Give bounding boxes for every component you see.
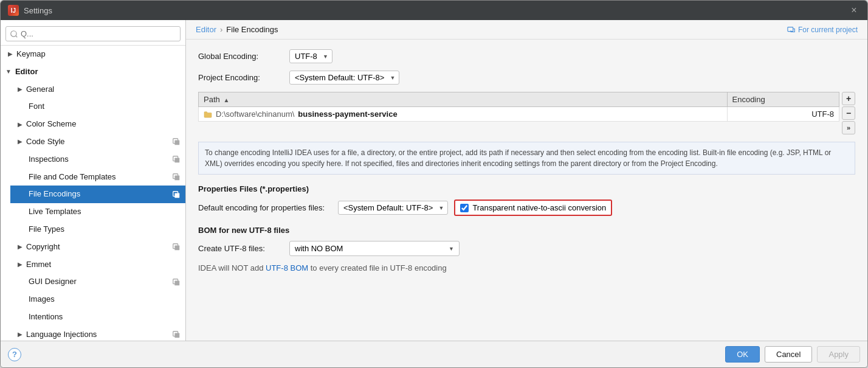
sidebar: ▶ Keymap ▼ Editor ▶ General Font: [1, 20, 186, 341]
main-content: Editor › File Encodings For current proj…: [186, 20, 867, 341]
title-bar: IJ Settings ×: [1, 1, 867, 20]
chevron-right-icon: ▶: [18, 120, 22, 130]
bottom-left: ?: [8, 348, 21, 361]
sidebar-item-label: Language Injections: [26, 328, 97, 341]
sidebar-item-keymap[interactable]: ▶ Keymap: [1, 46, 185, 63]
chevron-right-icon: ▶: [18, 137, 22, 147]
sidebar-group-header-editor[interactable]: ▼ Editor: [1, 63, 185, 81]
bottom-bar: ? OK Cancel Apply: [1, 341, 867, 367]
cancel-button[interactable]: Cancel: [765, 346, 812, 363]
content-area: ▶ Keymap ▼ Editor ▶ General Font: [1, 20, 867, 341]
bom-value: with NO BOM: [295, 244, 343, 253]
path-cell: D:\software\chinanum\business-payment-se…: [199, 107, 728, 122]
sidebar-item-file-encodings[interactable]: File Encodings: [10, 186, 185, 203]
project-link-icon: [787, 26, 796, 34]
sidebar-item-label: Emmet: [26, 259, 51, 271]
sidebar-group-editor: ▼ Editor ▶ General Font ▶ Color Scheme: [1, 63, 185, 341]
breadcrumb-separator: ›: [220, 25, 222, 34]
scroll-right-button[interactable]: »: [842, 121, 855, 134]
project-encoding-dropdown[interactable]: <System Default: UTF-8>: [289, 71, 399, 85]
app-icon: IJ: [8, 5, 19, 16]
bom-note-link[interactable]: UTF-8 BOM: [266, 263, 308, 273]
path-column-header[interactable]: Path ▲: [199, 92, 728, 107]
sidebar-group-label: Editor: [15, 66, 38, 78]
sidebar-item-font[interactable]: Font: [10, 98, 185, 116]
chevron-right-icon: ▶: [18, 85, 22, 94]
breadcrumb-parent[interactable]: Editor: [196, 25, 216, 34]
sidebar-item-file-types[interactable]: File Types: [10, 221, 185, 238]
bom-section: BOM for new UTF-8 files Create UTF-8 fil…: [198, 226, 855, 273]
table-row[interactable]: D:\software\chinanum\business-payment-se…: [199, 107, 839, 122]
copy-icon: [172, 190, 181, 199]
properties-section-title: Properties Files (*.properties): [198, 184, 855, 193]
copy-icon: [172, 155, 181, 164]
apply-button: Apply: [817, 346, 860, 363]
bom-dropdown[interactable]: with NO BOM: [289, 241, 460, 256]
project-link[interactable]: For current project: [798, 26, 858, 34]
sidebar-item-images[interactable]: Images: [10, 291, 185, 308]
global-encoding-dropdown[interactable]: UTF-8: [289, 49, 332, 63]
help-button[interactable]: ?: [8, 348, 21, 361]
add-path-button[interactable]: +: [842, 92, 855, 105]
path-prefix: D:\software\chinanum\: [216, 109, 294, 119]
bom-section-title: BOM for new UTF-8 files: [198, 226, 855, 235]
remove-path-button[interactable]: −: [842, 106, 855, 120]
info-text: To change encoding IntelliJ IDEA uses fo…: [198, 142, 855, 175]
transparent-conversion-checkbox-group: Transparent native-to-ascii conversion: [454, 200, 612, 216]
sidebar-item-label: Copyright: [26, 241, 60, 254]
search-box: [1, 23, 185, 46]
bom-row: Create UTF-8 files: with NO BOM: [198, 241, 855, 256]
sidebar-item-code-style[interactable]: ▶ Code Style: [10, 133, 185, 151]
sidebar-item-label: Color Scheme: [26, 118, 76, 131]
close-button[interactable]: ×: [848, 4, 860, 16]
bottom-buttons: OK Cancel Apply: [725, 346, 860, 363]
sidebar-item-label: File Types: [29, 223, 64, 236]
copy-icon: [172, 243, 181, 251]
project-encoding-row: Project Encoding: <System Default: UTF-8…: [198, 71, 855, 85]
properties-section: Properties Files (*.properties) Default …: [198, 184, 855, 216]
breadcrumb-bar: Editor › File Encodings For current proj…: [186, 20, 867, 40]
ok-button[interactable]: OK: [725, 346, 760, 363]
table-actions: + − »: [842, 92, 855, 134]
properties-encoding-label: Default encoding for properties files:: [198, 203, 332, 212]
bom-note-prefix: IDEA will NOT add: [198, 263, 266, 273]
project-encoding-label: Project Encoding:: [198, 73, 283, 82]
copy-icon: [172, 278, 181, 286]
table-wrapper: Path ▲ Encoding: [198, 92, 839, 129]
sidebar-item-gui-designer[interactable]: GUI Designer: [10, 273, 185, 291]
bom-note: IDEA will NOT add UTF-8 BOM to every cre…: [198, 263, 855, 273]
properties-encoding-dropdown[interactable]: <System Default: UTF-8>: [338, 201, 448, 215]
sidebar-item-label: Images: [29, 293, 55, 306]
window-title: Settings: [24, 6, 52, 15]
search-input[interactable]: [5, 26, 181, 41]
chevron-right-icon: ▶: [18, 260, 22, 269]
settings-panel: Global Encoding: UTF-8 Project Encoding:…: [186, 40, 867, 341]
transparent-conversion-checkbox[interactable]: [460, 204, 469, 212]
breadcrumb-current: File Encodings: [226, 25, 278, 34]
sidebar-item-file-code-templates[interactable]: File and Code Templates: [10, 168, 185, 186]
sidebar-item-label: Live Templates: [29, 206, 81, 218]
path-col-label: Path: [204, 95, 220, 104]
bom-label: Create UTF-8 files:: [198, 244, 283, 253]
sidebar-item-color-scheme[interactable]: ▶ Color Scheme: [10, 116, 185, 133]
project-encoding-value: <System Default: UTF-8>: [295, 73, 384, 82]
sidebar-item-language-injections[interactable]: ▶ Language Injections: [10, 326, 185, 341]
sidebar-item-copyright[interactable]: ▶ Copyright: [10, 238, 185, 256]
sidebar-item-intentions[interactable]: Intentions: [10, 308, 185, 326]
copy-icon: [172, 137, 181, 146]
chevron-right-icon: ▶: [18, 330, 22, 339]
sidebar-item-emmet[interactable]: ▶ Emmet: [10, 256, 185, 274]
sidebar-item-live-templates[interactable]: Live Templates: [10, 203, 185, 221]
sidebar-item-label: File Encodings: [29, 188, 80, 201]
chevron-right-icon: ▶: [18, 242, 22, 252]
sidebar-item-label: Inspections: [29, 153, 69, 166]
sidebar-item-general[interactable]: ▶ General: [10, 81, 185, 99]
sidebar-item-label: GUI Designer: [29, 276, 77, 288]
sidebar-item-inspections[interactable]: Inspections: [10, 151, 185, 168]
chevron-right-icon: ▶: [8, 49, 13, 59]
encoding-column-header: Encoding: [727, 92, 839, 107]
properties-encoding-value: <System Default: UTF-8>: [343, 203, 433, 212]
sidebar-item-label: File and Code Templates: [29, 171, 116, 184]
path-bold: business-payment-service: [298, 109, 397, 119]
sidebar-item-label: Intentions: [29, 311, 63, 324]
